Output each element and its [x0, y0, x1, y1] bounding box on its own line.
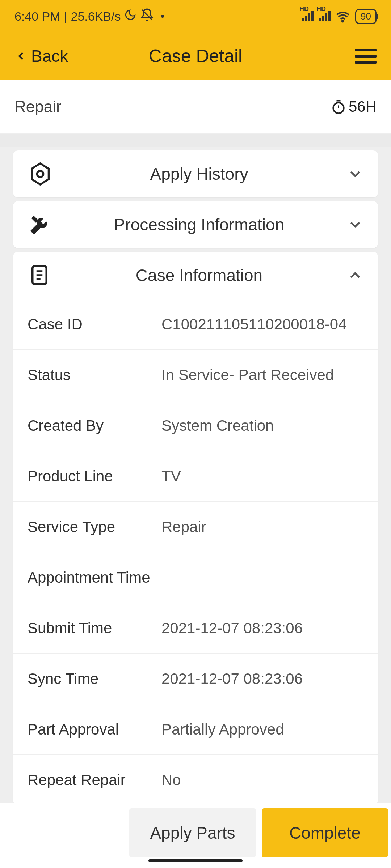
info-label: Service Type — [28, 518, 161, 536]
complete-button[interactable]: Complete — [262, 808, 388, 857]
info-value: 2021-12-07 08:23:06 — [161, 670, 363, 688]
svg-point-1 — [342, 20, 344, 22]
chevron-up-icon — [342, 267, 363, 284]
status-separator: | — [64, 9, 67, 24]
scroll-area[interactable]: Apply History Processing Information — [0, 147, 391, 868]
info-label: Submit Time — [28, 620, 161, 637]
clipboard-icon — [28, 263, 56, 287]
info-value: No — [161, 771, 363, 789]
menu-button[interactable] — [355, 49, 377, 64]
status-net-speed: 25.6KB/s — [71, 9, 121, 24]
home-indicator[interactable] — [148, 859, 243, 862]
svg-marker-5 — [32, 163, 49, 184]
info-row: Appointment Time — [13, 552, 378, 603]
chevron-left-icon — [14, 47, 28, 65]
chevron-down-icon — [342, 166, 363, 182]
screen: 6:40 PM | 25.6KB/s HD HD — [0, 0, 391, 868]
apply-history-title: Apply History — [56, 164, 342, 184]
info-label: Case ID — [28, 316, 161, 333]
info-row: Service TypeRepair — [13, 501, 378, 552]
info-value: Partially Approved — [161, 721, 363, 738]
info-value: In Service- Part Received — [161, 366, 363, 384]
info-label: Appointment Time — [28, 569, 161, 586]
page-title: Case Detail — [149, 46, 242, 67]
app-header: Back Case Detail — [0, 33, 391, 80]
case-info-section: Case Information Case IDC100211105110200… — [13, 252, 378, 805]
info-row: Case IDC100211105110200018-04 — [13, 299, 378, 349]
info-row: Part ApprovalPartially Approved — [13, 704, 378, 754]
back-label: Back — [31, 46, 68, 66]
svg-point-2 — [333, 103, 344, 113]
info-label: Product Line — [28, 468, 161, 485]
case-info-title: Case Information — [56, 265, 342, 285]
status-bar-right: HD HD 90 — [302, 9, 377, 24]
info-value: System Creation — [161, 417, 363, 434]
notification-off-icon — [140, 8, 154, 25]
moon-icon — [124, 9, 136, 24]
divider — [0, 134, 391, 147]
processing-info-section: Processing Information — [13, 201, 378, 248]
timer-value: 56H — [349, 98, 377, 115]
info-row: Sync Time2021-12-07 08:23:06 — [13, 653, 378, 704]
status-bar-left: 6:40 PM | 25.6KB/s — [14, 8, 164, 25]
hex-nut-icon — [28, 161, 56, 187]
processing-info-header[interactable]: Processing Information — [13, 201, 378, 248]
info-label: Part Approval — [28, 721, 161, 738]
signal-hd-2-icon: HD — [319, 11, 331, 21]
info-label: Repeat Repair — [28, 771, 161, 789]
case-info-header[interactable]: Case Information — [13, 252, 378, 299]
info-value: Repair — [161, 518, 363, 536]
apply-parts-button[interactable]: Apply Parts — [129, 808, 256, 857]
case-info-list: Case IDC100211105110200018-04StatusIn Se… — [13, 299, 378, 805]
info-value: TV — [161, 468, 363, 485]
tools-icon — [28, 212, 56, 237]
case-category: Repair — [14, 98, 62, 116]
info-row: Product LineTV — [13, 451, 378, 501]
status-time: 6:40 PM — [14, 9, 60, 24]
chevron-down-icon — [342, 216, 363, 233]
apply-history-header[interactable]: Apply History — [13, 150, 378, 197]
dot-icon — [161, 15, 164, 18]
sub-header: Repair 56H — [0, 80, 391, 134]
wifi-icon — [336, 9, 350, 24]
info-label: Sync Time — [28, 670, 161, 688]
info-row: Repeat RepairNo — [13, 754, 378, 805]
case-timer: 56H — [331, 98, 377, 115]
info-row: StatusIn Service- Part Received — [13, 349, 378, 400]
info-row: Submit Time2021-12-07 08:23:06 — [13, 603, 378, 653]
menu-icon — [355, 49, 377, 51]
battery-icon: 90 — [355, 9, 377, 24]
info-label: Status — [28, 366, 161, 384]
signal-hd-1-icon: HD — [302, 11, 314, 21]
bottom-bar: Apply Parts Complete — [0, 803, 391, 868]
back-button[interactable]: Back — [14, 46, 68, 66]
stopwatch-icon — [331, 99, 346, 115]
svg-point-6 — [37, 171, 43, 177]
status-bar: 6:40 PM | 25.6KB/s HD HD — [0, 0, 391, 33]
info-row: Created BySystem Creation — [13, 400, 378, 451]
apply-history-section: Apply History — [13, 150, 378, 197]
info-value: 2021-12-07 08:23:06 — [161, 620, 363, 637]
processing-info-title: Processing Information — [56, 215, 342, 234]
info-label: Created By — [28, 417, 161, 434]
info-value: C100211105110200018-04 — [161, 316, 363, 333]
bottom-spacer — [0, 803, 126, 868]
